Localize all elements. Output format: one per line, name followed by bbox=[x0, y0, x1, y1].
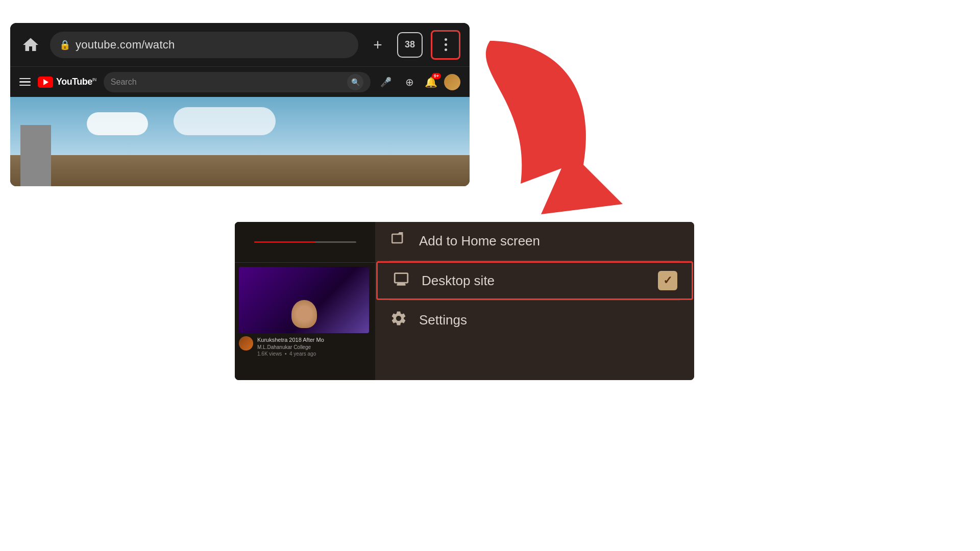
video-info: Kurukshetra 2018 After Mo M.L.Dahanukar … bbox=[239, 336, 371, 357]
context-menu-panel: Add to Home screen Desktop site ✓ Se bbox=[375, 222, 694, 380]
svg-rect-0 bbox=[392, 234, 402, 243]
video-meta: 1.6K views • 4 years ago bbox=[257, 351, 324, 357]
add-to-home-label: Add to Home screen bbox=[419, 233, 680, 249]
tabs-count-badge[interactable]: 38 bbox=[397, 32, 423, 58]
url-text: youtube.com/watch bbox=[76, 38, 175, 52]
desktop-site-label: Desktop site bbox=[422, 273, 647, 289]
desktop-site-checkbox[interactable]: ✓ bbox=[658, 271, 677, 290]
user-avatar[interactable] bbox=[444, 74, 460, 90]
dot-icon bbox=[445, 48, 447, 51]
hamburger-menu-button[interactable] bbox=[19, 78, 31, 86]
building-element bbox=[20, 125, 51, 186]
cloud-2 bbox=[174, 107, 276, 135]
checkmark-icon: ✓ bbox=[663, 274, 672, 287]
video-side-panel: Kurukshetra 2018 After Mo M.L.Dahanukar … bbox=[235, 222, 375, 380]
plus-icon: + bbox=[373, 36, 382, 54]
search-bar[interactable]: Search 🔍 bbox=[104, 72, 371, 92]
youtube-logo[interactable]: YouTubeIN bbox=[38, 77, 96, 88]
dot-icon bbox=[445, 38, 447, 41]
video-progress-fill bbox=[254, 241, 315, 243]
browser-screenshot: 🔒 youtube.com/watch + 38 YouTubeIN Searc… bbox=[10, 23, 470, 186]
view-count: 1.6K views bbox=[257, 351, 282, 357]
channel-name: M.L.Dahanukar College bbox=[257, 344, 324, 350]
notification-count-badge: 9+ bbox=[432, 73, 441, 79]
video-thumbnail-item[interactable]: Kurukshetra 2018 After Mo M.L.Dahanukar … bbox=[235, 263, 375, 361]
mic-icon: 🎤 bbox=[380, 77, 391, 88]
notifications-button[interactable]: 🔔 9+ bbox=[423, 74, 439, 90]
search-placeholder-text: Search bbox=[111, 78, 347, 87]
add-to-home-screen-item[interactable]: Add to Home screen bbox=[375, 222, 694, 261]
voice-search-button[interactable]: 🎤 bbox=[378, 74, 394, 90]
new-tab-button[interactable]: + bbox=[366, 34, 389, 56]
settings-label: Settings bbox=[419, 312, 680, 328]
more-options-button[interactable] bbox=[431, 30, 460, 60]
home-button[interactable] bbox=[19, 34, 42, 56]
search-icon: 🔍 bbox=[351, 78, 360, 86]
video-progress-bar bbox=[254, 241, 356, 243]
cloud-1 bbox=[87, 112, 148, 135]
video-thumbnail-image bbox=[239, 267, 369, 333]
youtube-play-icon bbox=[38, 77, 53, 88]
red-arrow-annotation bbox=[459, 31, 633, 224]
create-button[interactable]: ⊕ bbox=[401, 74, 418, 90]
youtube-wordmark: YouTubeIN bbox=[56, 77, 96, 87]
channel-avatar bbox=[239, 336, 253, 350]
settings-gear-icon bbox=[389, 310, 408, 331]
youtube-brand-text: YouTube bbox=[56, 77, 92, 87]
context-menu-screenshot: Kurukshetra 2018 After Mo M.L.Dahanukar … bbox=[235, 222, 694, 380]
video-panel-top bbox=[235, 222, 375, 263]
video-title: Kurukshetra 2018 After Mo bbox=[257, 336, 324, 343]
lock-icon: 🔒 bbox=[59, 39, 70, 51]
video-preview-area bbox=[10, 97, 470, 186]
thumbnail-face bbox=[291, 300, 317, 328]
search-button[interactable]: 🔍 bbox=[347, 74, 363, 90]
home-icon bbox=[21, 36, 40, 54]
address-bar[interactable]: 🔒 youtube.com/watch bbox=[50, 32, 358, 58]
address-bar-row: 🔒 youtube.com/watch + 38 bbox=[10, 23, 470, 66]
desktop-icon bbox=[392, 270, 410, 291]
youtube-navbar: YouTubeIN Search 🔍 🎤 ⊕ 🔔 9+ bbox=[10, 66, 470, 97]
tabs-count-text: 38 bbox=[405, 39, 415, 50]
create-icon: ⊕ bbox=[405, 76, 414, 88]
upload-time: 4 years ago bbox=[289, 351, 316, 357]
desktop-site-item[interactable]: Desktop site ✓ bbox=[376, 261, 693, 300]
settings-item[interactable]: Settings bbox=[375, 300, 694, 339]
video-text-info: Kurukshetra 2018 After Mo M.L.Dahanukar … bbox=[257, 336, 324, 357]
youtube-actions: ⊕ 🔔 9+ bbox=[401, 74, 460, 90]
dot-icon bbox=[445, 43, 447, 46]
add-to-home-icon bbox=[389, 231, 408, 252]
youtube-country-badge: IN bbox=[92, 77, 96, 82]
